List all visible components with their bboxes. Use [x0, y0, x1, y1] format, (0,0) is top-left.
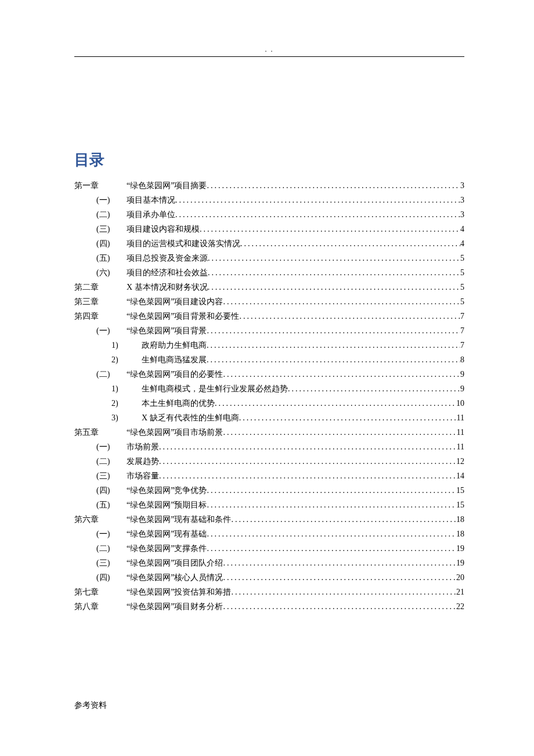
toc-leader-dots: [223, 425, 456, 440]
toc-entry-label: (四): [96, 483, 127, 498]
toc-entry-label: (二): [96, 367, 127, 381]
toc-entry-page: 7: [460, 338, 464, 352]
toc-entry-page: 4: [460, 222, 464, 236]
toc-entry-label: (一): [96, 440, 127, 454]
toc-entry: 1)政府助力生鲜电商7: [74, 338, 464, 352]
toc-entry-label: (一): [96, 527, 127, 541]
toc-leader-dots: [223, 294, 460, 309]
toc-entry: (一)项目基本情况3: [74, 193, 464, 207]
toc-leader-dots: [159, 469, 456, 483]
toc-entry-text: “绿色菜园网”竞争优势: [127, 483, 207, 498]
toc-entry: (二)发展趋势12: [74, 454, 464, 469]
toc-leader-dots: [159, 454, 456, 469]
toc-entry-page: 21: [456, 585, 464, 599]
toc-entry: 第七章“绿色菜园网”投资估算和筹措21: [74, 585, 464, 599]
toc-entry-text: “绿色菜园网”项目财务分析: [127, 599, 223, 614]
toc-entry-page: 7: [460, 323, 464, 338]
toc-entry-text: 生鲜电商迅猛发展: [142, 352, 207, 367]
toc-entry-label: 1): [111, 381, 142, 396]
toc-entry: (五)项目总投资及资金来源5: [74, 251, 464, 265]
toc-leader-dots: [207, 352, 460, 367]
toc-entry-page: 4: [460, 236, 464, 251]
toc-entry: (三)项目建设内容和规模4: [74, 222, 464, 236]
toc-leader-dots: [207, 338, 460, 352]
toc-entry-text: 市场容量: [127, 469, 159, 483]
toc-entry-text: X 缺乏有代表性的生鲜电商: [142, 411, 239, 425]
toc-leader-dots: [223, 570, 456, 585]
toc-entry: (一)市场前景11: [74, 440, 464, 454]
toc-entry-page: 9: [460, 367, 464, 381]
toc-leader-dots: [231, 512, 456, 527]
toc-entry-page: 8: [460, 352, 464, 367]
toc-title: 目录: [74, 150, 464, 170]
toc-entry-page: 3: [460, 178, 464, 193]
toc-entry-label: 第四章: [74, 309, 127, 323]
toc-leader-dots: [239, 411, 457, 425]
toc-entry-label: 2): [111, 352, 142, 367]
toc-entry-label: (一): [96, 193, 127, 207]
table-of-contents: 第一章“绿色菜园网”项目摘要3(一)项目基本情况3(二)项目承办单位3(三)项目…: [74, 178, 464, 614]
toc-entry-text: “绿色菜园网”项目背景和必要性: [127, 309, 239, 323]
toc-entry-page: 18: [456, 527, 464, 541]
toc-entry: 2)本土生鲜电商的优势10: [74, 396, 464, 411]
toc-entry: (一)“绿色菜园网”现有基础18: [74, 527, 464, 541]
toc-entry-text: 项目总投资及资金来源: [127, 251, 208, 265]
toc-entry-text: “绿色菜园网”项目建设内容: [127, 294, 223, 309]
toc-entry-page: 5: [460, 251, 464, 265]
toc-entry-text: “绿色菜园网”投资估算和筹措: [127, 585, 231, 599]
toc-entry: 第四章“绿色菜园网”项目背景和必要性7: [74, 309, 464, 323]
toc-entry-page: 7: [460, 309, 464, 323]
toc-entry-text: “绿色菜园网”预期目标: [127, 498, 207, 512]
toc-entry-label: 第五章: [74, 425, 127, 440]
toc-entry: (四)项目的运营模式和建设落实情况4: [74, 236, 464, 251]
toc-entry-page: 14: [456, 469, 464, 483]
toc-entry-text: “绿色菜园网”现有基础: [127, 527, 207, 541]
toc-entry-label: (二): [96, 207, 127, 222]
toc-entry-text: “绿色菜园网”项目背景: [127, 323, 207, 338]
toc-leader-dots: [240, 236, 460, 251]
toc-entry-page: 11: [457, 425, 464, 440]
toc-entry: (二)项目承办单位3: [74, 207, 464, 222]
toc-entry: (一)“绿色菜园网”项目背景7: [74, 323, 464, 338]
toc-entry-label: (三): [96, 222, 127, 236]
toc-entry: 第六章“绿色菜园网”现有基础和条件18: [74, 512, 464, 527]
toc-entry: 第三章“绿色菜园网”项目建设内容5: [74, 294, 464, 309]
toc-entry-label: 3): [111, 411, 142, 425]
toc-entry-page: 18: [456, 512, 464, 527]
toc-entry-text: 发展趋势: [127, 454, 159, 469]
toc-entry-page: 11: [457, 440, 464, 454]
toc-entry-label: 第三章: [74, 294, 127, 309]
toc-entry-label: 第八章: [74, 599, 127, 614]
toc-leader-dots: [207, 483, 456, 498]
toc-leader-dots: [239, 309, 460, 323]
toc-entry-text: “绿色菜园网”支撑条件: [127, 541, 207, 556]
toc-leader-dots: [207, 527, 456, 541]
toc-entry-label: (三): [96, 469, 127, 483]
toc-entry: (三)“绿色菜园网”项目团队介绍19: [74, 556, 464, 570]
toc-entry-label: (五): [96, 498, 127, 512]
toc-leader-dots: [223, 556, 456, 570]
document-page: . . 目录 第一章“绿色菜园网”项目摘要3(一)项目基本情况3(二)项目承办单…: [0, 0, 534, 756]
toc-entry-label: 第一章: [74, 178, 127, 193]
toc-leader-dots: [175, 193, 460, 207]
toc-leader-dots: [159, 440, 457, 454]
toc-entry-text: 市场前景: [127, 440, 159, 454]
toc-entry-text: 项目基本情况: [127, 193, 175, 207]
toc-entry-text: “绿色菜园网”项目的必要性: [127, 367, 223, 381]
toc-entry-label: 第七章: [74, 585, 127, 599]
toc-entry: (二)“绿色菜园网”支撑条件19: [74, 541, 464, 556]
toc-entry: 3)X 缺乏有代表性的生鲜电商11: [74, 411, 464, 425]
toc-leader-dots: [231, 585, 456, 599]
header-separator-line: [74, 56, 464, 57]
toc-leader-dots: [207, 541, 456, 556]
toc-entry-page: 19: [456, 556, 464, 570]
toc-entry-label: (四): [96, 570, 127, 585]
toc-entry-text: 项目的经济和社会效益: [127, 265, 208, 280]
toc-entry: (四)“绿色菜园网”竞争优势15: [74, 483, 464, 498]
toc-leader-dots: [207, 178, 460, 193]
toc-entry-page: 3: [460, 207, 464, 222]
toc-entry-label: (四): [96, 236, 127, 251]
toc-entry-label: 1): [111, 338, 142, 352]
toc-entry-text: “绿色菜园网”项目团队介绍: [127, 556, 223, 570]
toc-leader-dots: [207, 498, 456, 512]
